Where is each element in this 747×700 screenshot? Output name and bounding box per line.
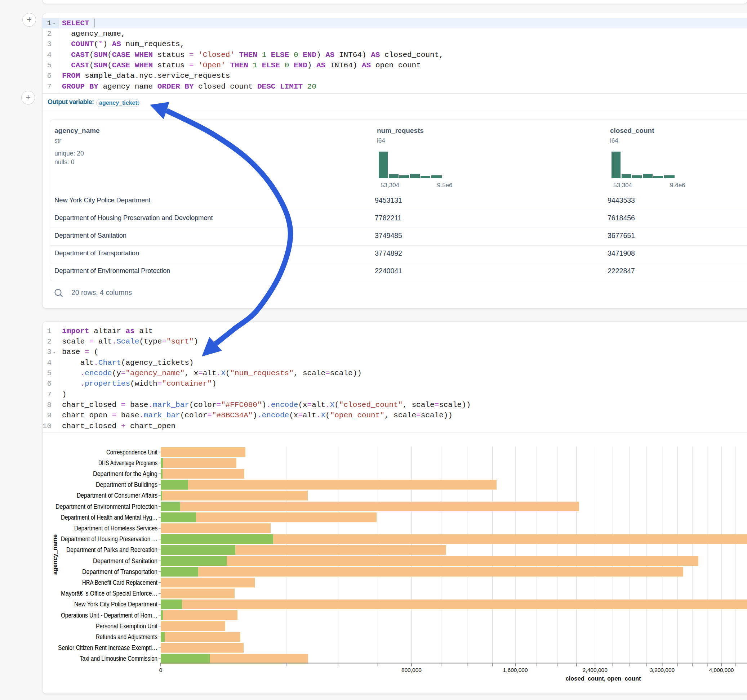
svg-text:HRA Benefit Card Replacement: HRA Benefit Card Replacement: [82, 579, 157, 586]
svg-text:New York City Police Departmen: New York City Police Department: [74, 600, 157, 608]
svg-text:Department of Transportation: Department of Transportation: [82, 568, 157, 575]
svg-text:3,200,000: 3,200,000: [650, 667, 674, 673]
svg-text:800,000: 800,000: [401, 667, 422, 673]
svg-text:agency_name: agency_name: [51, 534, 58, 575]
svg-text:Department of Sanitation: Department of Sanitation: [93, 557, 157, 564]
svg-text:Department of Parks and Recrea: Department of Parks and Recreation: [66, 546, 157, 554]
svg-text:Department of Consumer Affairs: Department of Consumer Affairs: [77, 492, 157, 499]
svg-text:Senior Citizen Rent Increase E: Senior Citizen Rent Increase Exempti…: [58, 644, 157, 652]
svg-text:Personal Exemption Unit: Personal Exemption Unit: [96, 623, 157, 630]
svg-text:closed_count, open_count: closed_count, open_count: [566, 675, 641, 682]
svg-text:Taxi and Limousine Commission: Taxi and Limousine Commission: [80, 655, 157, 662]
svg-text:Department of Buildings: Department of Buildings: [96, 481, 157, 488]
svg-text:DHS Advantage Programs: DHS Advantage Programs: [98, 459, 157, 467]
svg-text:Operations Unit - Department o: Operations Unit - Department of Hom…: [61, 612, 157, 619]
svg-text:Mayorâ€ s Office of Special En: Mayorâ€ s Office of Special Enforce…: [61, 590, 157, 597]
svg-text:1,600,000: 1,600,000: [503, 667, 528, 673]
svg-text:Department of Homeless Service: Department of Homeless Services: [74, 525, 157, 532]
svg-text:Department of Health and Menta: Department of Health and Mental Hyg…: [61, 514, 157, 521]
svg-text:Department of Environmental Pr: Department of Environmental Protection: [56, 503, 157, 510]
svg-text:4,000,000: 4,000,000: [709, 667, 734, 673]
svg-text:2,400,000: 2,400,000: [583, 667, 608, 673]
svg-text:Department for the Aging: Department for the Aging: [93, 470, 157, 477]
svg-text:Department of Housing Preserva: Department of Housing Preservation …: [61, 536, 157, 543]
svg-text:0: 0: [159, 667, 163, 673]
svg-text:Correspondence Unit: Correspondence Unit: [106, 449, 157, 456]
svg-text:Refunds and Adjustments: Refunds and Adjustments: [96, 634, 157, 641]
